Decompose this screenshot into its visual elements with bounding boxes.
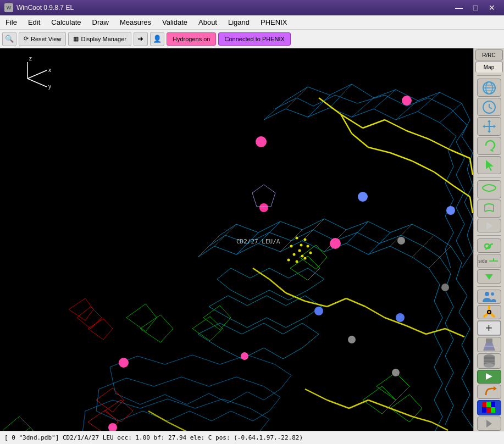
rotate-button[interactable]: [477, 137, 501, 155]
snake-button[interactable]: [477, 238, 501, 253]
atom-1: [256, 136, 267, 147]
maximize-button[interactable]: □: [468, 0, 483, 15]
svg-point-56: [296, 260, 298, 263]
app-icon: W: [4, 3, 13, 12]
svg-text:z: z: [29, 56, 32, 62]
globe-button[interactable]: [477, 79, 501, 97]
toolbar-arrow-icon[interactable]: ➜: [134, 32, 148, 46]
svg-line-11: [429, 139, 451, 150]
menubar: File Edit Calculate Draw Measures Valida…: [0, 15, 504, 30]
svg-line-31: [426, 329, 445, 334]
mol-canvas: x y z: [0, 48, 473, 431]
green-shapes: [3, 245, 422, 431]
atom-4: [119, 358, 129, 368]
select-button[interactable]: [477, 156, 501, 174]
flask-button[interactable]: [477, 337, 501, 352]
atom-7: [402, 96, 412, 106]
svg-rect-97: [486, 407, 491, 413]
play-bottom-button[interactable]: [477, 417, 501, 431]
svg-point-88: [484, 363, 495, 368]
svg-point-50: [298, 249, 301, 252]
statusbar: [ 0 "3dnd.pdb"] CD2/1/A/27 LEU occ: 1.00…: [0, 431, 504, 444]
helix-button[interactable]: [477, 180, 501, 198]
toolbar-search-icon[interactable]: 🔍: [2, 32, 16, 46]
menu-about[interactable]: About: [193, 15, 223, 29]
reset-view-button[interactable]: ⟳ Reset View: [19, 32, 66, 46]
blue-atom-3: [446, 206, 455, 215]
menu-calculate[interactable]: Calculate: [46, 15, 86, 29]
svg-line-8: [363, 120, 385, 128]
yellow-bonds: [148, 98, 473, 431]
people-button[interactable]: [477, 290, 501, 304]
torsion-button[interactable]: [477, 199, 501, 218]
svg-line-34: [327, 400, 349, 408]
gray-atoms: [348, 237, 449, 376]
menu-measures[interactable]: Measures: [114, 15, 157, 29]
svg-rect-98: [491, 407, 495, 413]
redo-button[interactable]: [477, 385, 501, 399]
svg-marker-70: [483, 125, 485, 128]
menu-file[interactable]: File: [0, 15, 23, 29]
move-button[interactable]: [477, 117, 501, 135]
svg-point-51: [307, 245, 309, 248]
flag-button[interactable]: [477, 400, 501, 415]
svg-point-79: [485, 292, 489, 296]
radiation-button[interactable]: [477, 305, 501, 319]
down-arrow-button[interactable]: [477, 269, 501, 284]
menu-phenix[interactable]: PHENIX: [255, 15, 292, 29]
svg-line-32: [445, 329, 464, 337]
menu-edit[interactable]: Edit: [23, 15, 46, 29]
minimize-button[interactable]: —: [451, 0, 467, 15]
svg-point-54: [309, 252, 312, 254]
main-area: x y z: [0, 48, 504, 431]
svg-marker-71: [494, 125, 496, 128]
svg-text:y: y: [48, 84, 51, 90]
svg-line-19: [434, 172, 453, 186]
tab-rc-button[interactable]: R/RC: [475, 49, 503, 60]
mol-label: CD2/27 LEU/A: [236, 238, 280, 245]
svg-rect-94: [486, 402, 491, 407]
titlebar-title: WinCoot 0.9.8.7 EL: [16, 4, 74, 12]
svg-line-26: [327, 298, 346, 307]
svg-marker-92: [494, 386, 497, 391]
plus-button[interactable]: +: [477, 320, 501, 336]
play-button[interactable]: [477, 219, 501, 233]
tab-map-button[interactable]: Map: [475, 62, 503, 73]
hydrogens-on-button[interactable]: Hydrogens on: [167, 32, 217, 46]
svg-point-52: [293, 253, 296, 256]
svg-line-30: [407, 326, 426, 334]
barrel-button[interactable]: [477, 353, 501, 369]
svg-point-49: [290, 245, 293, 248]
svg-line-9: [385, 120, 407, 131]
svg-line-65: [489, 107, 492, 109]
toolbar-user-icon[interactable]: 👤: [150, 32, 164, 46]
menu-validate[interactable]: Validate: [157, 15, 193, 29]
sidechain-button[interactable]: side: [477, 254, 501, 268]
svg-point-83: [488, 311, 490, 313]
svg-line-23: [269, 279, 286, 293]
svg-line-37: [390, 408, 412, 417]
connected-to-phenix-button[interactable]: Connected to PHENIX: [218, 32, 290, 46]
atom-2: [259, 203, 268, 212]
svg-line-17: [390, 153, 412, 161]
separator-1: [477, 75, 501, 76]
svg-line-13: [470, 158, 473, 175]
svg-line-15: [352, 134, 368, 147]
gray-atom-3: [348, 336, 356, 343]
menu-draw[interactable]: Draw: [87, 15, 114, 29]
close-button[interactable]: ✕: [484, 0, 500, 15]
display-manager-button[interactable]: ▦ Display Manager: [68, 32, 131, 46]
viewport[interactable]: x y z: [0, 48, 473, 431]
toolbar: 🔍 ⟳ Reset View ▦ Display Manager ➜ 👤 Hyd…: [0, 30, 504, 48]
axis-indicator: x y z: [27, 56, 51, 90]
svg-line-25: [305, 301, 327, 307]
svg-marker-68: [488, 120, 491, 122]
svg-line-35: [349, 400, 368, 408]
svg-marker-78: [485, 274, 493, 280]
svg-line-16: [368, 147, 390, 153]
go-forward-button[interactable]: [477, 370, 501, 384]
titlebar-controls: — □ ✕: [451, 0, 500, 15]
clock-button[interactable]: [477, 98, 501, 116]
separator-3: [477, 235, 501, 236]
menu-ligand[interactable]: Ligand: [223, 15, 255, 29]
